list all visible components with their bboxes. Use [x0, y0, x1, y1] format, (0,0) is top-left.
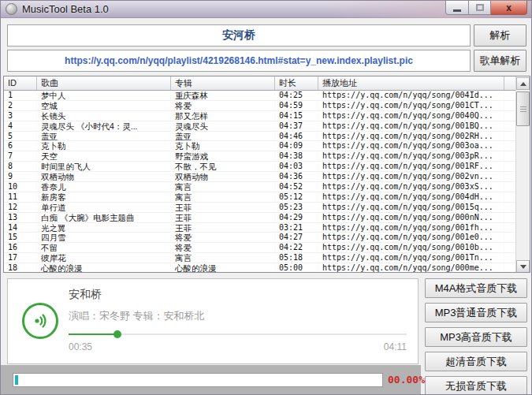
maximize-button[interactable]	[469, 1, 491, 15]
cell-album: 将爱	[171, 233, 275, 242]
table-row[interactable]: 12 单行道 王菲 05:23 https://y.qq.com/n/yqq/s…	[4, 203, 516, 213]
minimize-button[interactable]	[445, 1, 469, 15]
table-row[interactable]: 5 盖亚 盖亚 04:46 https://y.qq.com/n/yqq/son…	[4, 132, 516, 142]
cell-song: 白痴 《大腕》电影主题曲	[37, 213, 171, 222]
song-table: ID 歌曲 专辑 时长 播放地址 1 梦中人 重庆森林 04:25 https:…	[3, 76, 530, 273]
cell-album: 双栖动物	[171, 172, 275, 181]
cell-song: 梦中人	[37, 91, 171, 100]
cell-album: 将爱	[171, 101, 275, 110]
status-strip: 00.00%	[1, 365, 421, 395]
download-button[interactable]: MP3高音质下载	[425, 327, 527, 347]
cell-duration: 04:22	[275, 243, 318, 252]
table-row[interactable]: 18 心酸的浪漫 心酸的浪漫 05:00 https://y.qq.com/n/…	[4, 263, 516, 272]
maximize-icon	[476, 4, 484, 11]
download-button[interactable]: M4A格式音质下载	[425, 278, 527, 298]
column-header-album[interactable]: 专辑	[171, 76, 275, 90]
close-button[interactable]: x	[491, 1, 527, 15]
playlist-url-input[interactable]: https://y.qq.com/n/yqq/playlist/42192681…	[7, 50, 471, 72]
cell-url: https://y.qq.com/n/yqq/song/002vn...	[318, 172, 504, 181]
cell-duration: 04:27	[275, 233, 318, 242]
scroll-down-button[interactable]	[516, 260, 530, 273]
table-row[interactable]: 14 光之翼 王菲 03:21 https://y.qq.com/n/yqq/s…	[4, 223, 516, 233]
player-progress-handle[interactable]	[113, 330, 121, 338]
cell-url: https://y.qq.com/n/yqq/song/004Id...	[318, 91, 504, 100]
cell-song: 长镜头	[37, 111, 171, 121]
table-row[interactable]: 10 香奈儿 寓言 04:52 https://y.qq.com/n/yqq/s…	[4, 182, 516, 192]
download-button[interactable]: 无损音质下载	[425, 376, 527, 395]
table-row[interactable]: 9 双栖动物 双栖动物 04:36 https://y.qq.com/n/yqq…	[4, 172, 516, 182]
cell-filler	[504, 121, 516, 131]
cell-filler	[504, 111, 516, 121]
table-row[interactable]: 2 空城 将爱 04:59 https://y.qq.com/n/yqq/son…	[4, 101, 516, 111]
cell-id: 16	[4, 243, 37, 252]
download-button[interactable]: 超清音质下载	[425, 352, 527, 371]
table-row[interactable]: 11 新房客 寓言 05:12 https://y.qq.com/n/yqq/s…	[4, 192, 516, 203]
cell-url: https://y.qq.com/n/yqq/song/003xS...	[318, 182, 504, 192]
table-row[interactable]: 6 克卜勒 克卜勒 04:09 https://y.qq.com/n/yqq/s…	[4, 141, 516, 151]
app-icon	[6, 3, 17, 15]
cell-filler	[504, 132, 516, 141]
cell-id: 10	[4, 182, 37, 192]
scrollbar-grip-icon	[520, 106, 526, 112]
cell-album: 寓言	[171, 192, 275, 202]
cell-id: 11	[4, 192, 37, 202]
song-name-input[interactable]: 安河桥	[7, 24, 471, 47]
window-title: MusicTool Beta 1.0	[22, 3, 109, 15]
column-header-duration[interactable]: 时长	[275, 76, 318, 90]
cell-url: https://y.qq.com/n/yqq/song/0040Q...	[318, 111, 504, 121]
cell-id: 5	[4, 132, 37, 141]
player-progress-track[interactable]	[69, 334, 407, 335]
table-row[interactable]: 16 不留 将爱 04:22 https://y.qq.com/n/yqq/so…	[4, 243, 516, 253]
table-row[interactable]: 3 长镜头 那又怎样 04:15 https://y.qq.com/n/yqq/…	[4, 111, 516, 121]
cell-filler	[504, 263, 516, 272]
parse-playlist-button[interactable]: 歌单解析	[474, 50, 526, 72]
cell-album: 将爱	[171, 243, 275, 252]
cell-duration: 04:36	[275, 172, 318, 181]
cell-duration: 05:00	[275, 263, 318, 272]
download-progress-fill	[15, 375, 18, 385]
cell-url: https://y.qq.com/n/yqq/song/000nN...	[318, 213, 504, 222]
cell-id: 15	[4, 233, 37, 242]
table-body: 1 梦中人 重庆森林 04:25 https://y.qq.com/n/yqq/…	[4, 91, 516, 272]
app-window: MusicTool Beta 1.0 x 安河桥 解析 https://y.qq…	[0, 0, 532, 395]
cell-album: 寓言	[171, 253, 275, 263]
cell-song: 灵魂尽头 《小时代4：灵...	[37, 121, 171, 131]
cell-song: 新房客	[37, 192, 171, 202]
table-scrollbar[interactable]	[515, 77, 529, 273]
cell-filler	[504, 203, 516, 212]
cell-song: 单行道	[37, 203, 171, 212]
cell-filler	[504, 243, 516, 252]
table-row[interactable]: 7 天空 野蛮游戏 04:38 https://y.qq.com/n/yqq/s…	[4, 151, 516, 162]
table-row[interactable]: 17 彼岸花 寓言 05:18 https://y.qq.com/n/yqq/s…	[4, 253, 516, 263]
cell-id: 4	[4, 121, 37, 131]
cell-filler	[504, 253, 516, 263]
column-header-song[interactable]: 歌曲	[37, 76, 171, 90]
cell-id: 2	[4, 101, 37, 110]
download-progress-bar	[13, 373, 383, 387]
cell-filler	[504, 192, 516, 202]
parse-song-button[interactable]: 解析	[474, 24, 526, 47]
scroll-up-button[interactable]	[516, 77, 530, 90]
cell-id: 13	[4, 213, 37, 222]
column-header-url[interactable]: 播放地址	[318, 76, 504, 90]
total-time: 04:11	[384, 341, 407, 352]
table-row[interactable]: 13 白痴 《大腕》电影主题曲 王菲 04:29 https://y.qq.co…	[4, 213, 516, 223]
volume-waves-icon	[30, 311, 50, 331]
titlebar[interactable]: MusicTool Beta 1.0 x	[1, 1, 531, 18]
cell-filler	[504, 101, 516, 110]
cell-filler	[504, 162, 516, 171]
cell-url: https://y.qq.com/n/yqq/song/0015q...	[318, 203, 504, 212]
table-row[interactable]: 1 梦中人 重庆森林 04:25 https://y.qq.com/n/yqq/…	[4, 91, 516, 101]
download-button[interactable]: MP3普通音质下载	[425, 303, 527, 322]
cell-url: https://y.qq.com/n/yqq/song/001e0...	[318, 233, 504, 242]
table-row[interactable]: 15 四月雪 将爱 04:27 https://y.qq.com/n/yqq/s…	[4, 233, 516, 243]
cell-duration: 05:23	[275, 203, 318, 212]
scrollbar-thumb[interactable]	[516, 91, 530, 126]
download-percent-label: 00.00%	[388, 374, 425, 386]
cell-duration: 04:38	[275, 151, 318, 161]
column-header-id[interactable]: ID	[4, 76, 37, 90]
scroll-up-icon	[520, 82, 526, 86]
table-row[interactable]: 8 时间里的飞人 不散，不见 04:03 https://y.qq.com/n/…	[4, 162, 516, 172]
cell-album: 野蛮游戏	[171, 151, 275, 161]
table-row[interactable]: 4 灵魂尽头 《小时代4：灵... 灵魂尽头 04:37 https://y.q…	[4, 121, 516, 132]
